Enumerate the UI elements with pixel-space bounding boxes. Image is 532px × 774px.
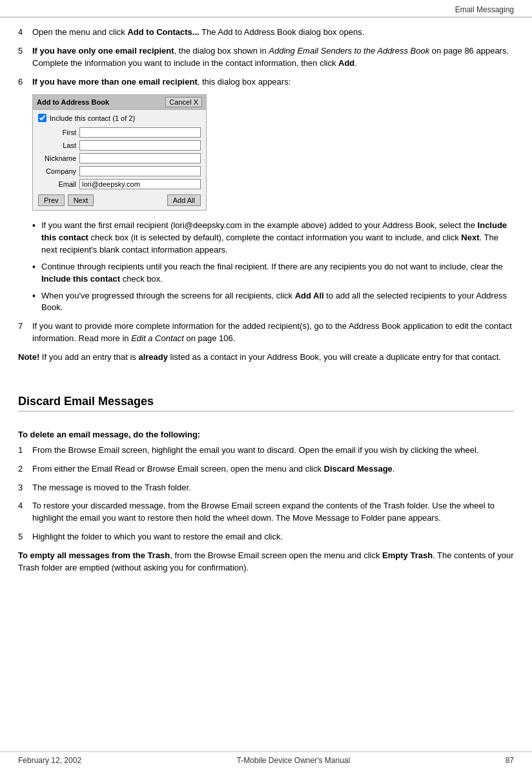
dialog-field-first: First <box>38 127 201 138</box>
section2-subheading: To delete an email message, do the follo… <box>18 430 514 439</box>
footer-page: 87 <box>506 756 514 765</box>
dialog-addall-button[interactable]: Add All <box>167 194 201 206</box>
section2-heading: Discard Email Messages <box>18 395 514 412</box>
step-4-text: Open the menu and click Add to Contacts.… <box>32 26 514 39</box>
section2-step-4-text: To restore your discarded message, from … <box>32 500 514 525</box>
field-label-nickname: Nickname <box>38 154 79 162</box>
bullet-item-1: • If you want the first email recipient … <box>32 220 514 256</box>
step-4-num: 4 <box>18 26 32 39</box>
include-contact-label: Include this contact (1 of 2) <box>50 114 135 122</box>
bullet-text-1: If you want the first email recipient (l… <box>41 220 514 256</box>
dialog-cancel-button[interactable]: Cancel X <box>165 97 202 107</box>
section2-step-1: 1 From the Browse Email screen, highligh… <box>18 445 514 457</box>
step-5-num: 5 <box>18 45 32 70</box>
step-4: 4 Open the menu and click Add to Contact… <box>18 26 514 39</box>
field-input-nickname[interactable] <box>79 153 201 163</box>
step-6: 6 If you have more than one email recipi… <box>18 76 514 89</box>
field-input-email[interactable] <box>79 179 201 189</box>
section2-step-3: 3 The message is moved to the Trash fold… <box>18 482 514 494</box>
section2-step-1-num: 1 <box>18 445 32 457</box>
section2-step-2: 2 From either the Email Read or Browse E… <box>18 463 514 476</box>
field-label-email: Email <box>38 180 79 188</box>
dialog-prev-button[interactable]: Prev <box>38 194 65 206</box>
bullet-dot-2: • <box>32 261 41 286</box>
field-label-first: First <box>38 129 79 136</box>
step-5-text: If you have only one email recipient, th… <box>32 45 514 70</box>
step-7-num: 7 <box>18 320 32 345</box>
section2-step-4: 4 To restore your discarded message, fro… <box>18 500 514 525</box>
dialog-next-button[interactable]: Next <box>68 194 94 206</box>
include-contact-checkbox[interactable] <box>38 114 46 122</box>
section2-step-5: 5 Highlight the folder to which you want… <box>18 531 514 543</box>
section2-step-1-text: From the Browse Email screen, highlight … <box>32 445 514 457</box>
dialog-checkbox-row: Include this contact (1 of 2) <box>38 114 201 122</box>
bullet-text-2: Continue through recipients until you re… <box>41 261 514 286</box>
field-label-company: Company <box>38 167 79 175</box>
bullet-dot-1: • <box>32 220 41 256</box>
bullet-text-3: When you've progressed through the scree… <box>41 290 514 315</box>
bullet-item-3: • When you've progressed through the scr… <box>32 290 514 315</box>
dialog-field-email: Email <box>38 179 201 189</box>
footer-date: February 12, 2002 <box>18 756 81 765</box>
section2-step-5-num: 5 <box>18 531 32 543</box>
bullet-item-2: • Continue through recipients until you … <box>32 261 514 286</box>
dialog-screenshot: Add to Address Book Cancel X Include thi… <box>32 94 207 211</box>
bullet-list: • If you want the first email recipient … <box>32 220 514 314</box>
section2-step-3-text: The message is moved to the Trash folder… <box>32 482 514 494</box>
step-5: 5 If you have only one email recipient, … <box>18 45 514 70</box>
page-footer: February 12, 2002 T-Mobile Device Owner'… <box>0 751 532 765</box>
main-content: 4 Open the menu and click Add to Contact… <box>0 26 532 618</box>
step-7: 7 If you want to provide more complete i… <box>18 320 514 345</box>
step-6-text: If you have more than one email recipien… <box>32 76 514 89</box>
step-6-num: 6 <box>18 76 32 89</box>
dialog-titlebar: Add to Address Book Cancel X <box>33 95 206 110</box>
section2-step-4-num: 4 <box>18 500 32 525</box>
section2-step-2-text: From either the Email Read or Browse Ema… <box>32 463 514 476</box>
empty-trash-note: To empty all messages from the Trash, fr… <box>18 550 514 574</box>
bullet-dot-3: • <box>32 290 41 315</box>
dialog-body: Include this contact (1 of 2) First Last… <box>33 110 206 210</box>
field-label-last: Last <box>38 141 79 149</box>
section2-step-5-text: Highlight the folder to which you want t… <box>32 531 514 543</box>
dialog-buttons: Prev Next Add All <box>38 194 201 206</box>
note-paragraph: Note! If you add an entry that is alread… <box>18 351 514 364</box>
field-input-first[interactable] <box>79 127 201 138</box>
header-title: Email Messaging <box>455 5 514 14</box>
field-input-company[interactable] <box>79 166 201 176</box>
page-header: Email Messaging <box>0 0 532 17</box>
dialog-field-nickname: Nickname <box>38 153 201 163</box>
step-7-text: If you want to provide more complete inf… <box>32 320 514 345</box>
field-input-last[interactable] <box>79 140 201 151</box>
dialog-field-last: Last <box>38 140 201 151</box>
footer-title: T-Mobile Device Owner's Manual <box>237 756 351 765</box>
dialog-title: Add to Address Book <box>37 98 109 106</box>
section2-step-3-num: 3 <box>18 482 32 494</box>
dialog-field-company: Company <box>38 166 201 176</box>
section2-step-2-num: 2 <box>18 463 32 476</box>
